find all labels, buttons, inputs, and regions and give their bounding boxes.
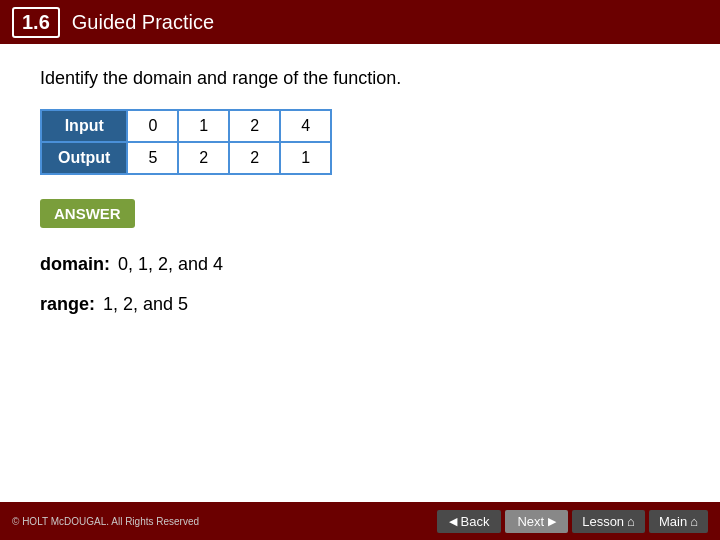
table-row-output: Output 5 2 2 1 <box>41 142 331 174</box>
input-val-0: 0 <box>127 110 178 142</box>
header: 1.6 Guided Practice <box>0 0 720 44</box>
question-text: Identify the domain and range of the fun… <box>40 68 680 89</box>
input-label: Input <box>41 110 127 142</box>
input-val-2: 2 <box>229 110 280 142</box>
lesson-button[interactable]: Lesson ⌂ <box>572 510 645 533</box>
output-val-0: 5 <box>127 142 178 174</box>
main-button[interactable]: Main ⌂ <box>649 510 708 533</box>
back-label: Back <box>461 514 490 529</box>
next-arrow-icon: ▶ <box>548 515 556 528</box>
range-values: 1, 2, and 5 <box>103 288 188 320</box>
copyright-text: © HOLT McDOUGAL. All Rights Reserved <box>12 516 199 527</box>
answer-content: domain: 0, 1, 2, and 4 range: 1, 2, and … <box>40 248 680 321</box>
input-val-1: 1 <box>178 110 229 142</box>
main-content: Identify the domain and range of the fun… <box>0 44 720 321</box>
lesson-label: Lesson <box>582 514 624 529</box>
function-table: Input 0 1 2 4 Output 5 2 2 1 <box>40 109 332 175</box>
range-line: range: 1, 2, and 5 <box>40 288 680 320</box>
domain-line: domain: 0, 1, 2, and 4 <box>40 248 680 280</box>
range-label: range: <box>40 288 95 320</box>
answer-button[interactable]: ANSWER <box>40 199 135 228</box>
output-val-2: 2 <box>229 142 280 174</box>
section-badge: 1.6 <box>12 7 60 38</box>
next-label: Next <box>517 514 544 529</box>
back-arrow-icon: ◀ <box>449 515 457 528</box>
output-val-1: 2 <box>178 142 229 174</box>
main-label: Main <box>659 514 687 529</box>
output-val-3: 1 <box>280 142 331 174</box>
next-button[interactable]: Next ▶ <box>505 510 568 533</box>
header-title: Guided Practice <box>72 11 214 34</box>
back-button[interactable]: ◀ Back <box>437 510 502 533</box>
footer-nav: ◀ Back Next ▶ Lesson ⌂ Main ⌂ <box>437 510 708 533</box>
input-val-3: 4 <box>280 110 331 142</box>
output-label: Output <box>41 142 127 174</box>
footer: © HOLT McDOUGAL. All Rights Reserved ◀ B… <box>0 502 720 540</box>
main-home-icon: ⌂ <box>690 514 698 529</box>
domain-values: 0, 1, 2, and 4 <box>118 248 223 280</box>
lesson-home-icon: ⌂ <box>627 514 635 529</box>
table-row-input: Input 0 1 2 4 <box>41 110 331 142</box>
domain-label: domain: <box>40 248 110 280</box>
